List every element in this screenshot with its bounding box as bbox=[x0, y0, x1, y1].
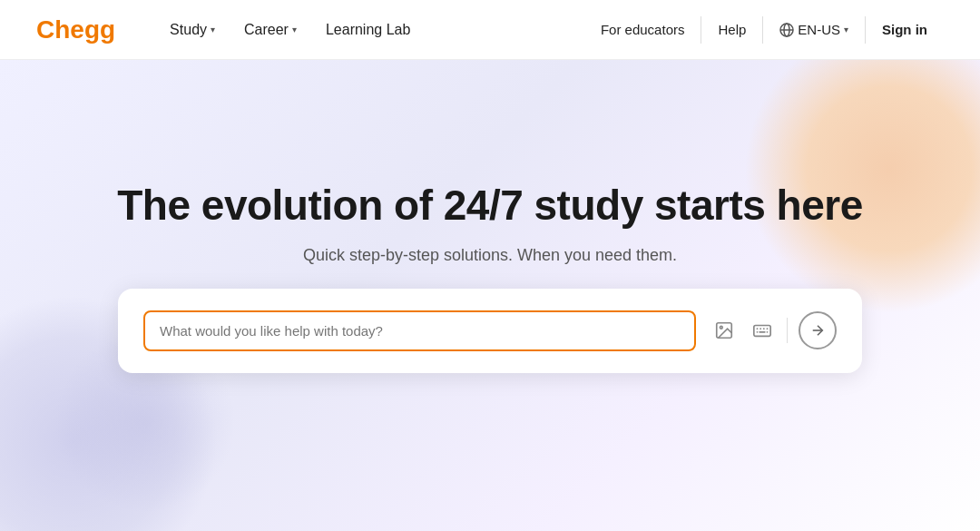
search-input[interactable] bbox=[160, 323, 680, 339]
search-input-wrap[interactable] bbox=[143, 310, 696, 351]
navbar-right: For educators Help EN-US ▾ Sign in bbox=[584, 0, 944, 60]
hero-content: The evolution of 24/7 study starts here … bbox=[117, 182, 862, 373]
image-icon bbox=[714, 320, 734, 340]
study-chevron-icon: ▾ bbox=[211, 25, 215, 34]
career-chevron-icon: ▾ bbox=[292, 25, 297, 34]
globe-icon bbox=[779, 23, 794, 37]
nav-learning-lab[interactable]: Learning Lab bbox=[326, 22, 410, 38]
search-submit-button[interactable] bbox=[799, 311, 837, 349]
hero-title: The evolution of 24/7 study starts here bbox=[117, 182, 862, 230]
nav-study[interactable]: Study ▾ bbox=[170, 22, 215, 38]
nav-career[interactable]: Career ▾ bbox=[244, 22, 297, 38]
lang-chevron-icon: ▾ bbox=[844, 25, 848, 34]
navbar: Chegg Study ▾ Career ▾ Learning Lab For … bbox=[0, 0, 980, 60]
search-card bbox=[118, 289, 862, 373]
navbar-left: Study ▾ Career ▾ Learning Lab bbox=[170, 22, 584, 38]
keyboard-icon bbox=[752, 320, 772, 340]
hero-section: The evolution of 24/7 study starts here … bbox=[0, 60, 980, 531]
actions-divider bbox=[787, 318, 788, 343]
svg-point-4 bbox=[720, 327, 722, 329]
nav-for-educators[interactable]: For educators bbox=[584, 0, 701, 60]
chegg-logo[interactable]: Chegg bbox=[36, 15, 115, 44]
arrow-right-icon bbox=[809, 322, 826, 339]
nav-help[interactable]: Help bbox=[701, 0, 762, 60]
search-actions bbox=[710, 311, 837, 349]
nav-sign-in[interactable]: Sign in bbox=[866, 0, 944, 60]
nav-language-selector[interactable]: EN-US ▾ bbox=[763, 0, 865, 60]
svg-rect-5 bbox=[754, 326, 770, 337]
math-keyboard-button[interactable] bbox=[749, 317, 776, 344]
hero-subtitle: Quick step-by-step solutions. When you n… bbox=[303, 246, 677, 265]
image-upload-button[interactable] bbox=[710, 317, 738, 344]
